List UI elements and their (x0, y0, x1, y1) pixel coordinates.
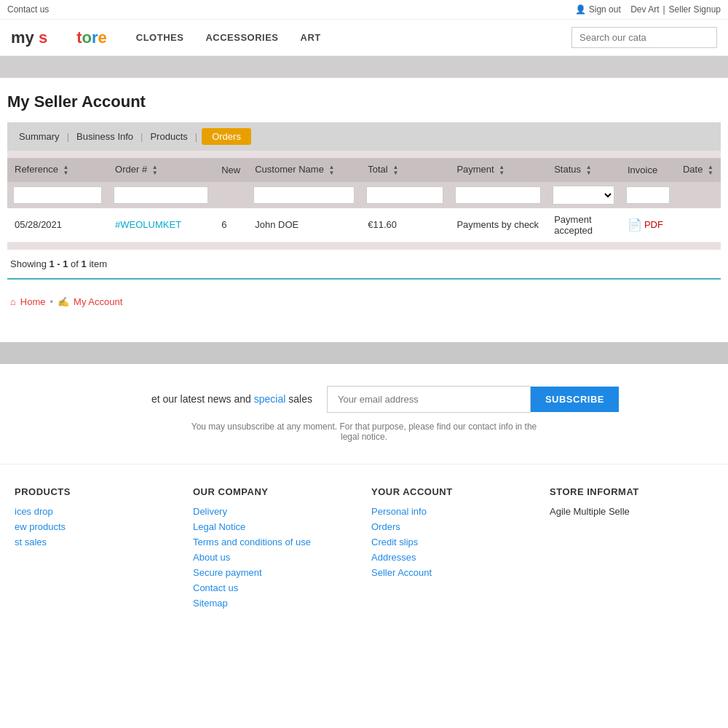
footer-addresses[interactable]: Addresses (371, 552, 535, 563)
cell-date2 (676, 208, 721, 242)
col-customer-name[interactable]: Customer Name ▲▼ (248, 158, 360, 182)
sort-date[interactable]: ▲▼ (708, 165, 713, 176)
cell-date: 05/28/2021 (7, 208, 108, 242)
footer: PRODUCTS ices drop ew products st sales … (0, 464, 728, 635)
col-invoice: Invoice (620, 158, 676, 182)
signout-link[interactable]: Sign out (589, 4, 621, 15)
main-content: My Seller Account Summary | Business Inf… (0, 78, 728, 328)
col-payment[interactable]: Payment ▲▼ (449, 158, 547, 182)
tab-orders[interactable]: Orders (202, 128, 251, 145)
footer-store-text: Agile Multiple Selle (550, 506, 630, 517)
search-input[interactable] (571, 27, 717, 48)
breadcrumb: ⌂ Home • ✍ My Account (7, 290, 721, 313)
footer-new-products[interactable]: ew products (15, 521, 178, 532)
pagination-range: 1 - 1 (49, 258, 68, 269)
footer-store-col: STORE INFORMAT Agile Multiple Selle (542, 486, 721, 613)
orders-table-wrapper: Reference ▲▼ Order # ▲▼ New Customer Nam… (7, 151, 721, 250)
newsletter-section: et our latest news and special sales SUB… (0, 364, 728, 464)
footer-personal-info[interactable]: Personal info (371, 506, 535, 517)
sort-customer[interactable]: ▲▼ (328, 165, 334, 176)
footer-orders[interactable]: Orders (371, 521, 535, 532)
footer-products-col: PRODUCTS ices drop ew products st sales (7, 486, 186, 613)
cell-customer: John DOE (248, 208, 360, 242)
pdf-icon: 📄 (628, 218, 642, 232)
cell-new: 6 (214, 208, 248, 242)
tab-business-info[interactable]: Business Info (74, 130, 136, 143)
cell-invoice: 📄 PDF (620, 208, 676, 242)
filter-customer-input[interactable] (253, 186, 355, 204)
col-date[interactable]: Date ▲▼ (676, 158, 721, 182)
newsletter-label: et our latest news and special sales (151, 393, 312, 405)
pagination-info: Showing 1 - 1 of 1 item (7, 250, 721, 280)
footer-contact-us[interactable]: Contact us (193, 582, 357, 593)
filter-status-select[interactable] (553, 186, 614, 205)
breadcrumb-account[interactable]: My Account (74, 296, 122, 307)
cell-total: €11.60 (360, 208, 449, 242)
logo[interactable]: my store (11, 28, 107, 47)
page-title: My Seller Account (7, 92, 721, 111)
footer-about-us[interactable]: About us (193, 552, 357, 563)
sort-payment[interactable]: ▲▼ (499, 165, 505, 176)
account-icon: ✍ (58, 296, 69, 307)
pagination-total: 1 (82, 258, 87, 269)
footer-company-heading: OUR COMPANY (193, 486, 357, 497)
col-reference[interactable]: Reference ▲▼ (7, 158, 108, 182)
col-total[interactable]: Total ▲▼ (360, 158, 449, 182)
footer-delivery[interactable]: Delivery (193, 506, 357, 517)
filter-reference-input[interactable] (13, 186, 102, 204)
orders-table: Reference ▲▼ Order # ▲▼ New Customer Nam… (7, 158, 721, 242)
filter-order-cell (108, 182, 214, 208)
breadcrumb-home[interactable]: Home (20, 296, 46, 307)
order-ref-link[interactable]: #WEOLUMKET (115, 219, 181, 230)
sort-status[interactable]: ▲▼ (586, 165, 592, 176)
col-status[interactable]: Status ▲▼ (547, 158, 620, 182)
tabs-bar: Summary | Business Info | Products | Ord… (7, 122, 721, 151)
footer-sitemap[interactable]: Sitemap (193, 598, 357, 609)
filter-reference-cell (7, 182, 108, 208)
filter-row (7, 182, 721, 208)
filter-status-cell (547, 182, 620, 208)
footer-store-heading: STORE INFORMAT (550, 486, 713, 497)
pdf-link[interactable]: 📄 PDF (628, 218, 668, 232)
contact-us-link[interactable]: Contact us (7, 4, 49, 15)
nav-accessories[interactable]: ACCESSORIES (205, 32, 278, 43)
home-icon: ⌂ (10, 296, 16, 307)
footer-best-sales[interactable]: st sales (15, 537, 178, 547)
footer-terms[interactable]: Terms and conditions of use (193, 537, 357, 547)
footer-prices-drop[interactable]: ices drop (15, 506, 178, 517)
filter-invoice-input[interactable] (626, 186, 670, 204)
subscribe-button[interactable]: SUBSCRIBE (531, 387, 619, 412)
filter-new-cell (214, 182, 248, 208)
filter-payment-cell (449, 182, 547, 208)
separator: | (662, 4, 665, 15)
main-nav: CLOTHES ACCESSORIES ART (136, 32, 571, 43)
nav-clothes[interactable]: CLOTHES (136, 32, 184, 43)
filter-payment-input[interactable] (455, 186, 541, 204)
footer-credit-slips[interactable]: Credit slips (371, 537, 535, 547)
devart-link[interactable]: Dev Art (630, 4, 659, 15)
filter-total-input[interactable] (366, 186, 443, 204)
cell-order-ref: #WEOLUMKET (108, 208, 214, 242)
tab-summary[interactable]: Summary (16, 130, 63, 143)
newsletter-email-input[interactable] (327, 386, 531, 413)
col-order-num[interactable]: Order # ▲▼ (108, 158, 214, 182)
newsletter-row: et our latest news and special sales SUB… (109, 386, 619, 413)
sort-total[interactable]: ▲▼ (392, 165, 398, 176)
filter-order-input[interactable] (114, 186, 208, 204)
footer-products-heading: PRODUCTS (15, 486, 178, 497)
tab-products[interactable]: Products (147, 130, 190, 143)
sort-reference[interactable]: ▲▼ (63, 165, 69, 176)
footer-company-col: OUR COMPANY Delivery Legal Notice Terms … (186, 486, 364, 613)
newsletter-disclaimer: You may unsubscribe at any moment. For t… (182, 422, 546, 442)
cell-status: Payment accepted (547, 208, 620, 242)
sort-order-num[interactable]: ▲▼ (152, 165, 158, 176)
user-icon: 👤 (575, 4, 586, 15)
footer-secure-payment[interactable]: Secure payment (193, 567, 357, 578)
col-new: New (214, 158, 248, 182)
grey-banner-top (0, 56, 728, 78)
footer-legal-notice[interactable]: Legal Notice (193, 521, 357, 532)
seller-signup-link[interactable]: Seller Signup (669, 4, 721, 15)
nav-art[interactable]: ART (301, 32, 321, 43)
footer-seller-account[interactable]: Seller Account (371, 567, 535, 578)
grey-banner-bottom (0, 342, 728, 364)
